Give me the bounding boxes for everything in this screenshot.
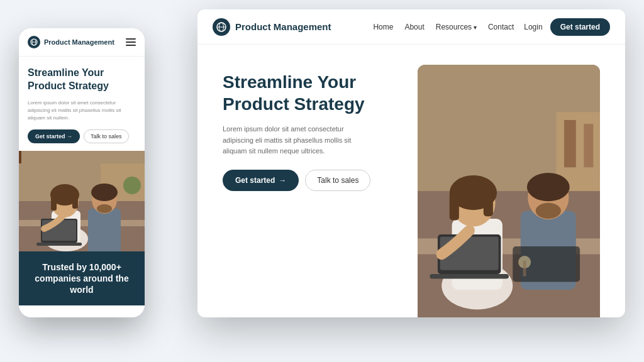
mobile-logo-icon [28,36,40,48]
mobile-bottom-section: Trusted by 10,000+ companies around the … [19,251,145,306]
nav-login[interactable]: Login [524,23,542,31]
mobile-talk-sales-button[interactable]: Talk to sales [84,129,129,143]
desktop-logo-icon [213,18,230,36]
mobile-hero-buttons: Get started → Talk to sales [28,129,136,143]
svg-rect-44 [36,243,82,246]
hamburger-line-1 [126,38,136,40]
mobile-hero: Streamline Your Product Strategy Lorem i… [19,57,145,151]
hamburger-line-2 [126,41,136,43]
mobile-scene-svg [19,151,145,251]
svg-rect-18 [430,274,509,279]
desktop-hero: Streamline Your Product Strategy Lorem i… [197,45,625,317]
svg-rect-40 [51,195,57,211]
desktop-hero-content: Streamline Your Product Strategy Lorem i… [223,65,399,317]
nav-home[interactable]: Home [373,23,393,31]
svg-rect-28 [523,261,526,277]
mobile-trusted-text: Trusted by 10,000+ companies around the … [28,261,136,296]
svg-rect-50 [19,151,21,163]
mobile-hero-title: Streamline Your Product Strategy [28,67,136,93]
desktop-mockup: Product Management Home About Resources … [197,9,625,317]
hamburger-menu[interactable] [126,38,136,46]
mobile-hero-image [19,151,145,251]
svg-point-22 [536,203,561,219]
desktop-get-started-button[interactable]: Get started → [223,170,299,191]
svg-rect-14 [450,193,459,221]
nav-resources[interactable]: Resources [436,23,477,31]
svg-point-47 [91,184,118,201]
svg-point-49 [123,177,141,194]
desktop-hero-description: Lorem ipsum dolor sit amet consectetur a… [223,124,367,157]
mobile-nav: Product Management [19,28,145,57]
svg-point-48 [97,204,112,213]
desktop-nav: Product Management Home About Resources … [197,9,625,45]
desktop-hero-image [418,65,600,317]
mobile-logo: Product Management [28,36,126,48]
hamburger-line-3 [126,45,136,46]
desktop-logo-text: Product Management [235,21,331,32]
arrow-icon: → [279,176,286,185]
desktop-hero-title: Streamline Your Product Strategy [223,71,399,115]
mobile-logo-text: Product Management [44,38,114,46]
mobile-mockup: Product Management Streamline Your Produ… [19,28,145,317]
svg-rect-15 [484,193,493,217]
svg-rect-7 [564,120,576,167]
desktop-hero-buttons: Get started → Talk to sales [223,170,399,191]
svg-rect-41 [72,195,78,209]
svg-point-21 [527,173,570,201]
desktop-logo: Product Management [213,18,331,36]
desktop-scene-svg [418,65,600,317]
desktop-nav-links: Home About Resources Contact [373,23,514,31]
nav-get-started-button[interactable]: Get started [550,18,610,36]
mobile-hero-description: Lorem ipsum dolor sit amet consectetur a… [28,99,136,122]
svg-rect-8 [584,124,593,167]
desktop-talk-sales-button[interactable]: Talk to sales [305,170,370,191]
svg-rect-45 [88,209,121,251]
svg-rect-34 [19,220,145,226]
nav-contact[interactable]: Contact [488,23,514,31]
mobile-get-started-button[interactable]: Get started → [28,129,80,143]
nav-about[interactable]: About [404,23,424,31]
